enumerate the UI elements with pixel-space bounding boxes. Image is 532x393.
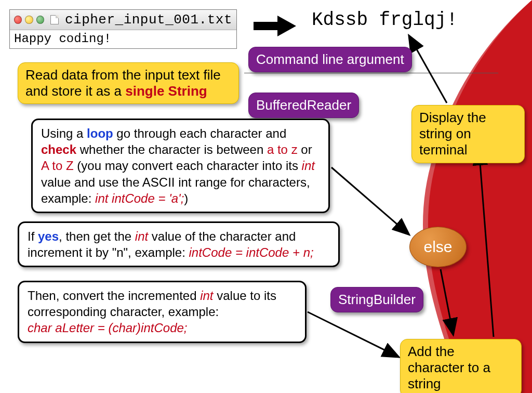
- minimize-icon: [25, 16, 33, 24]
- command-line-box: Command line argument: [248, 47, 412, 72]
- read-data-box: Read data from the input text file and s…: [18, 62, 239, 104]
- red-curve-decoration: [407, 0, 532, 393]
- single-string-label: single String: [125, 83, 207, 99]
- arrow-else-to-addchar: [437, 268, 469, 341]
- svg-line-4: [308, 312, 398, 357]
- int-word-2: int: [135, 229, 148, 243]
- int-word-3: int: [200, 289, 213, 303]
- buffered-reader-box: BufferedReader: [248, 93, 359, 118]
- output-text: Kdssb frglqj!: [312, 9, 458, 31]
- display-text: Display the string on terminal: [419, 110, 486, 158]
- yes-word: yes: [38, 229, 59, 243]
- svg-line-3: [441, 269, 453, 334]
- command-line-label: Command line argument: [256, 51, 404, 67]
- arrow-display-to-output: [405, 32, 457, 105]
- arrow-addchar-to-display: [473, 146, 504, 339]
- string-builder-label: StringBuilder: [338, 292, 416, 307]
- else-label: else: [423, 238, 452, 256]
- file-name: cipher_input_001.txt: [65, 12, 232, 28]
- arrow-icon: [254, 16, 296, 36]
- svg-rect-0: [254, 22, 277, 30]
- a-to-z-lower: a to z: [267, 142, 298, 156]
- convert-example: char aLetter = (char)intCode;: [28, 321, 188, 335]
- check-word: check: [41, 142, 76, 156]
- close-icon: [14, 16, 22, 24]
- add-char-box: Add the character to a string: [400, 339, 522, 393]
- string-builder-box: StringBuilder: [330, 287, 423, 312]
- add-char-text: Add the character to a string: [408, 344, 490, 391]
- file-window: cipher_input_001.txt Happy coding!: [9, 9, 237, 49]
- document-icon: [50, 15, 58, 24]
- buffered-reader-label: BufferedReader: [256, 97, 351, 113]
- svg-line-5: [479, 150, 494, 337]
- yes-box: If yes, then get the int value of the ch…: [18, 221, 340, 267]
- convert-box: Then, convert the incremented int value …: [18, 281, 307, 343]
- divider: [244, 73, 498, 73]
- display-box: Display the string on terminal: [411, 105, 525, 163]
- loop-example: int intCode = 'a';: [95, 191, 184, 205]
- else-box: else: [409, 227, 467, 267]
- zoom-icon: [36, 16, 44, 24]
- loop-word: loop: [87, 126, 113, 140]
- int-word-1: int: [302, 159, 315, 173]
- file-content: Happy coding!: [10, 30, 236, 48]
- yes-example: intCode = intCode + n;: [189, 245, 314, 259]
- arrow-convert-to-addchar: [307, 311, 410, 373]
- loop-box: Using a loop go through each character a…: [31, 119, 330, 213]
- arrow-loop-to-else: [330, 166, 419, 250]
- title-bar: cipher_input_001.txt: [10, 10, 236, 30]
- svg-line-2: [331, 167, 408, 234]
- svg-marker-1: [277, 16, 296, 36]
- svg-line-6: [409, 36, 447, 103]
- a-to-z-upper: A to Z: [41, 159, 74, 173]
